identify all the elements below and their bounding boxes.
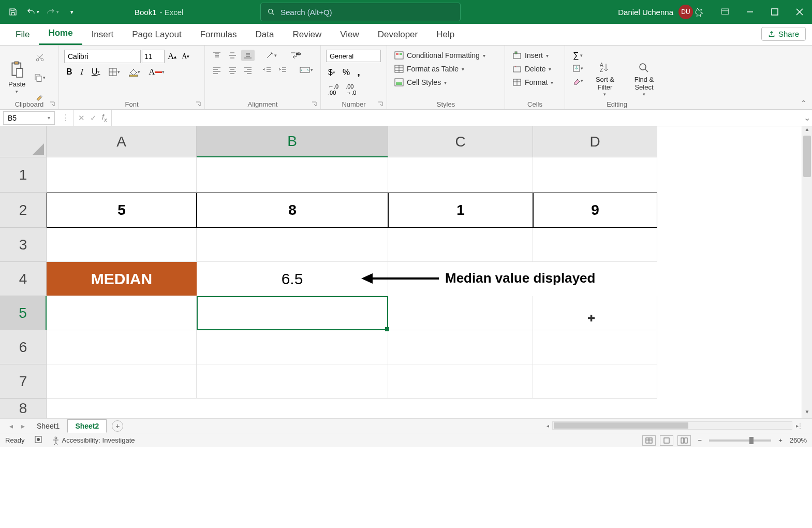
fill-color-button[interactable]: ▾ xyxy=(126,66,142,78)
cell-a7[interactable] xyxy=(47,364,197,399)
percent-format-button[interactable]: % xyxy=(341,67,352,78)
column-header-d[interactable]: D xyxy=(533,126,657,157)
sheet-nav-prev[interactable]: ◂ xyxy=(5,422,17,430)
redo-button[interactable]: ▾ xyxy=(43,3,61,21)
shrink-font-button[interactable]: A▾ xyxy=(180,51,191,62)
tab-data[interactable]: Data xyxy=(246,25,284,45)
fx-icon[interactable]: fx xyxy=(102,113,107,123)
grow-font-button[interactable]: A▴ xyxy=(166,50,179,63)
column-header-b[interactable]: B xyxy=(197,126,388,157)
cell-a6[interactable] xyxy=(47,330,197,364)
add-sheet-button[interactable]: + xyxy=(112,420,123,432)
font-color-button[interactable]: A▾ xyxy=(146,66,167,78)
undo-button[interactable]: ▾ xyxy=(24,3,41,21)
collapse-ribbon-button[interactable]: ⌃ xyxy=(801,99,807,107)
clipboard-dialog-launcher[interactable] xyxy=(49,100,56,107)
orientation-button[interactable]: ▾ xyxy=(263,50,279,61)
cell-b1[interactable] xyxy=(197,157,388,193)
select-all-corner[interactable] xyxy=(0,126,47,157)
user-area[interactable]: Daniel Uchenna DU xyxy=(618,0,693,24)
minimize-button[interactable] xyxy=(737,0,762,24)
search-box[interactable]: Search (Alt+Q) xyxy=(260,3,461,21)
tab-formulas[interactable]: Formulas xyxy=(191,25,246,45)
close-button[interactable] xyxy=(787,0,812,24)
italic-button[interactable]: I xyxy=(79,66,85,78)
increase-decimal-button[interactable]: ←.0.00 xyxy=(326,82,341,97)
delete-cells-button[interactable]: Delete▾ xyxy=(510,63,559,75)
cell-c6[interactable] xyxy=(388,330,533,364)
fill-button[interactable]: ▾ xyxy=(570,63,585,74)
cell-b4[interactable]: 6.5 xyxy=(197,262,388,296)
copy-button[interactable]: ▾ xyxy=(32,72,48,83)
underline-button[interactable]: U▾ xyxy=(90,66,102,78)
cell-b2[interactable]: 8 xyxy=(197,193,388,228)
cell-d5[interactable] xyxy=(533,296,657,330)
page-break-view-button[interactable] xyxy=(677,435,691,446)
cut-button[interactable] xyxy=(32,52,48,63)
tab-page-layout[interactable]: Page Layout xyxy=(123,25,190,45)
cancel-formula-button[interactable]: ✕ xyxy=(78,113,85,123)
cell-d7[interactable] xyxy=(533,364,657,399)
borders-button[interactable]: ▾ xyxy=(106,66,122,78)
row-header-1[interactable]: 1 xyxy=(0,157,47,193)
vertical-scrollbar[interactable]: ▲ ▼ xyxy=(802,126,812,418)
maximize-button[interactable] xyxy=(762,0,787,24)
clear-button[interactable]: ▾ xyxy=(570,76,585,86)
cell-a2[interactable]: 5 xyxy=(47,193,197,228)
cell-a4[interactable]: MEDIAN xyxy=(47,262,197,296)
tab-review[interactable]: Review xyxy=(283,25,331,45)
column-header-c[interactable]: C xyxy=(388,126,533,157)
align-middle-button[interactable] xyxy=(226,50,239,61)
number-format-select[interactable] xyxy=(326,50,381,62)
worksheet-grid[interactable]: A B C D 1 2 3 4 5 6 7 8 5 8 1 9 MEDIAN 6… xyxy=(0,126,812,418)
row-header-5[interactable]: 5 xyxy=(0,296,47,330)
horizontal-scrollbar[interactable]: ◂ ▸ xyxy=(543,421,802,430)
font-dialog-launcher[interactable] xyxy=(195,100,202,107)
autosum-button[interactable]: ∑▾ xyxy=(570,50,585,61)
font-name-select[interactable] xyxy=(64,50,141,63)
cell-d6[interactable] xyxy=(533,330,657,364)
tab-insert[interactable]: Insert xyxy=(82,25,123,45)
enter-formula-button[interactable]: ✓ xyxy=(90,113,97,123)
save-button[interactable] xyxy=(4,3,22,21)
tab-help[interactable]: Help xyxy=(427,25,464,45)
align-left-button[interactable] xyxy=(210,64,224,76)
row-header-8[interactable]: 8 xyxy=(0,399,47,418)
cell-d3[interactable] xyxy=(533,228,657,262)
format-as-table-button[interactable]: Format as Table▾ xyxy=(392,63,499,75)
insert-cells-button[interactable]: Insert▾ xyxy=(510,50,559,61)
sheet-tab-2[interactable]: Sheet2 xyxy=(67,419,107,433)
cell-c1[interactable] xyxy=(388,157,533,193)
sort-filter-button[interactable]: AZ Sort & Filter▾ xyxy=(587,50,623,108)
row-header-2[interactable]: 2 xyxy=(0,193,47,228)
find-select-button[interactable]: Find & Select▾ xyxy=(625,50,663,108)
coming-soon-button[interactable] xyxy=(688,0,713,24)
expand-formula-bar[interactable]: ⌄ xyxy=(802,113,812,123)
cell-a5[interactable] xyxy=(47,296,197,330)
cell-a3[interactable] xyxy=(47,228,197,262)
page-layout-view-button[interactable] xyxy=(660,435,673,446)
ribbon-display-button[interactable] xyxy=(713,0,737,24)
qat-customize[interactable]: ▾ xyxy=(63,3,81,21)
tab-view[interactable]: View xyxy=(331,25,368,45)
number-dialog-launcher[interactable] xyxy=(377,100,385,107)
share-button[interactable]: Share xyxy=(761,27,806,41)
hscroll-thumb[interactable] xyxy=(554,422,688,429)
cell-d1[interactable] xyxy=(533,157,657,193)
sheet-nav-next[interactable]: ▸ xyxy=(17,422,29,430)
cell-c7[interactable] xyxy=(388,364,533,399)
font-size-select[interactable] xyxy=(142,50,165,63)
zoom-level[interactable]: 260% xyxy=(790,436,807,444)
row-header-7[interactable]: 7 xyxy=(0,364,47,399)
zoom-out-button[interactable]: − xyxy=(695,436,705,444)
decrease-decimal-button[interactable]: .00→.0 xyxy=(344,82,358,97)
cell-d2[interactable]: 9 xyxy=(533,193,657,228)
zoom-slider[interactable] xyxy=(709,439,771,442)
align-bottom-button[interactable] xyxy=(241,50,255,61)
row-header-6[interactable]: 6 xyxy=(0,330,47,364)
cell-c2[interactable]: 1 xyxy=(388,193,533,228)
comma-format-button[interactable]: , xyxy=(355,65,362,79)
format-cells-button[interactable]: Format▾ xyxy=(510,77,559,88)
normal-view-button[interactable] xyxy=(642,435,656,446)
row-header-4[interactable]: 4 xyxy=(0,262,47,296)
